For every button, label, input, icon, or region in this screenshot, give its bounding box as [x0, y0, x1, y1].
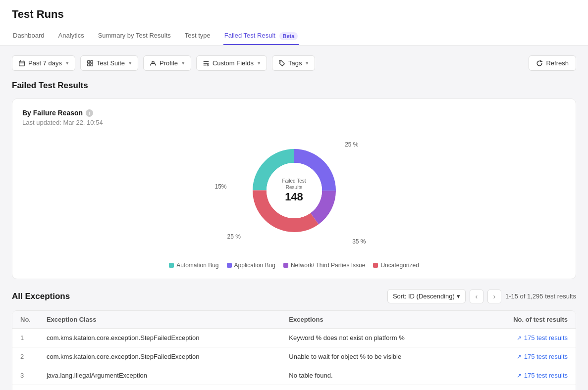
row-1-results: ↗ 175 test results [481, 329, 576, 347]
date-filter-label: Past 7 days [28, 59, 62, 67]
table-header: No. Exception Class Exceptions No. of te… [12, 311, 576, 329]
tab-testtype[interactable]: Test type [184, 27, 212, 45]
col-results: No. of test results [481, 311, 576, 329]
row-4-class: org.openqa.selenium.WebDriverException [39, 385, 281, 390]
svg-point-6 [280, 61, 281, 62]
by-failure-header: By Failure Reason i [22, 109, 566, 117]
tab-summary[interactable]: Summary by Test Results [97, 27, 172, 45]
chart-legend: Automation Bug Application Bug Network/ … [169, 262, 419, 269]
profile-filter-label: Profile [160, 59, 178, 67]
pct-top-right: 25 % [345, 141, 358, 148]
last-updated: Last updated: Mar 22, 10:54 [22, 119, 566, 126]
row-1-no: 1 [12, 329, 39, 347]
exceptions-section: All Exceptions Sort: ID (Descending) ▾ ‹… [12, 289, 576, 390]
date-filter-button[interactable]: Past 7 days ▾ [12, 55, 75, 71]
pct-left: 15% [215, 183, 227, 190]
table-row: 4 org.openqa.selenium.WebDriverException… [12, 385, 576, 390]
sort-controls: Sort: ID (Descending) ▾ ‹ › 1-15 of 1,29… [387, 289, 576, 303]
row-2-no: 2 [12, 347, 39, 366]
table-row: 1 com.kms.katalon.core.exception.StepFai… [12, 329, 576, 347]
row-2-results-link[interactable]: ↗ 175 test results [489, 353, 568, 360]
table-row: 3 java.lang.IllegalArgumentException No … [12, 366, 576, 385]
table-header-row: No. Exception Class Exceptions No. of te… [12, 311, 576, 329]
profile-icon [150, 60, 157, 67]
sort-label: Sort: ID (Descending) [393, 292, 455, 300]
content: Past 7 days ▾ Test Suite ▾ Profile ▾ Cus… [0, 46, 588, 390]
row-2-results: ↗ 175 test results [481, 347, 576, 366]
page-title: Test Runs [12, 8, 576, 21]
beta-badge: Beta [279, 32, 298, 40]
custom-fields-icon [203, 60, 210, 67]
tags-filter-button[interactable]: Tags ▾ [272, 55, 315, 71]
exceptions-header: All Exceptions Sort: ID (Descending) ▾ ‹… [12, 289, 576, 303]
svg-rect-1 [88, 60, 90, 62]
legend-dot-automation [169, 263, 174, 268]
col-class: Exception Class [39, 311, 281, 329]
row-3-exception: No table found. [281, 366, 481, 385]
legend-label-application: Application Bug [234, 262, 275, 269]
refresh-button[interactable]: Refresh [529, 55, 576, 71]
calendar-icon [18, 60, 25, 67]
row-3-results: ↗ 175 test results [481, 366, 576, 385]
suite-filter-button[interactable]: Test Suite ▾ [80, 55, 138, 71]
tags-icon [278, 60, 285, 67]
profile-filter-button[interactable]: Profile ▾ [143, 55, 191, 71]
row-4-results: ↗ 175 test results [481, 385, 576, 390]
svg-rect-4 [91, 63, 93, 65]
legend-uncategorized: Uncategorized [373, 262, 419, 269]
pct-bottom-left: 25 % [227, 233, 241, 240]
table-body: 1 com.kms.katalon.core.exception.StepFai… [12, 329, 576, 390]
tab-analytics[interactable]: Analytics [57, 27, 85, 45]
external-link-icon: ↗ [517, 372, 522, 379]
chart-wrapper: 25 % 15% 25 % 35 % [22, 126, 566, 269]
custom-fields-filter-label: Custom Fields [213, 59, 254, 67]
legend-network: Network/ Third Parties Issue [283, 262, 366, 269]
legend-label-network: Network/ Third Parties Issue [291, 262, 366, 269]
suite-icon [87, 60, 94, 67]
col-exception: Exceptions [281, 311, 481, 329]
refresh-label: Refresh [546, 59, 569, 67]
nav-tabs: Dashboard Analytics Summary by Test Resu… [12, 27, 576, 45]
row-3-results-link[interactable]: ↗ 175 test results [489, 372, 568, 379]
legend-label-uncategorized: Uncategorized [380, 262, 419, 269]
row-2-exception: Unable to wait for object % to be visibl… [281, 347, 481, 366]
row-3-no: 3 [12, 366, 39, 385]
legend-label-automation: Automation Bug [176, 262, 218, 269]
svg-rect-0 [19, 61, 25, 66]
row-1-results-link[interactable]: ↗ 175 test results [489, 334, 568, 341]
pct-bottom-right: 35 % [352, 238, 366, 245]
header: Test Runs Dashboard Analytics Summary by… [0, 0, 588, 46]
refresh-icon [536, 60, 543, 67]
row-2-class: com.kms.katalon.core.exception.StepFaile… [39, 347, 281, 366]
donut-center-value: 148 [274, 191, 314, 203]
next-page-button[interactable]: › [487, 290, 501, 303]
info-icon[interactable]: i [86, 109, 93, 117]
sort-button[interactable]: Sort: ID (Descending) ▾ [387, 289, 466, 303]
external-link-icon: ↗ [517, 353, 522, 360]
pagination-info: 1-15 of 1,295 test results [505, 292, 576, 300]
by-failure-title: By Failure Reason [22, 109, 83, 117]
donut-center-label: Failed Test Results [274, 178, 314, 191]
filters-bar: Past 7 days ▾ Test Suite ▾ Profile ▾ Cus… [12, 55, 576, 71]
legend-dot-uncategorized [373, 263, 378, 268]
prev-page-button[interactable]: ‹ [470, 290, 483, 303]
legend-dot-application [227, 263, 232, 268]
table-row: 2 com.kms.katalon.core.exception.StepFai… [12, 347, 576, 366]
suite-filter-label: Test Suite [97, 59, 125, 67]
profile-chevron-icon: ▾ [182, 60, 185, 66]
custom-fields-filter-button[interactable]: Custom Fields ▾ [196, 55, 267, 71]
external-link-icon: ↗ [517, 335, 522, 341]
legend-dot-network [283, 263, 288, 268]
svg-rect-3 [88, 63, 90, 65]
app-container: Test Runs Dashboard Analytics Summary by… [0, 0, 588, 390]
tab-failed[interactable]: Failed Test Result Beta [223, 27, 299, 45]
sort-chevron-icon: ▾ [457, 292, 460, 300]
tab-dashboard[interactable]: Dashboard [12, 27, 46, 45]
row-4-exception: Cannot find free port in the range %d to… [281, 385, 481, 390]
exceptions-title: All Exceptions [12, 292, 70, 301]
suite-chevron-icon: ▾ [129, 60, 132, 66]
donut-center-text: Failed Test Results 148 [274, 178, 314, 203]
row-1-class: com.kms.katalon.core.exception.StepFaile… [39, 329, 281, 347]
svg-rect-2 [91, 60, 93, 62]
tags-filter-label: Tags [288, 59, 302, 67]
